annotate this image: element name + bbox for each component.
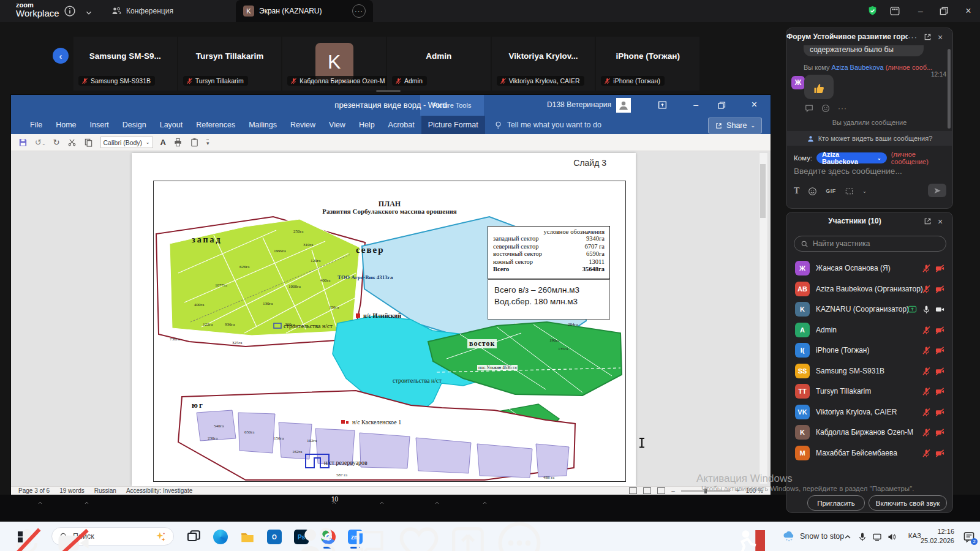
document-scrollbar[interactable] — [759, 152, 768, 484]
chevron-up-icon[interactable] — [434, 500, 440, 506]
camera-off-icon[interactable] — [935, 387, 944, 396]
mic-off-icon[interactable] — [922, 367, 931, 376]
outlook-icon[interactable]: O — [267, 530, 282, 544]
clock[interactable]: 12:16 25.02.2026 — [921, 527, 954, 545]
tell-me-box[interactable]: Tell me what you want to do — [494, 121, 601, 130]
format-text-icon[interactable]: T — [794, 186, 799, 196]
redo-button[interactable]: ↻ — [53, 138, 60, 147]
tray-mic-icon[interactable] — [858, 532, 867, 542]
word-close-button[interactable]: × — [752, 99, 757, 110]
apps-grid-icon[interactable] — [889, 6, 900, 17]
camera-off-icon[interactable] — [935, 285, 944, 294]
menu-layout[interactable]: Layout — [153, 116, 190, 134]
zoom-percent[interactable]: 100 % — [746, 487, 763, 494]
menu-design[interactable]: Design — [116, 116, 153, 134]
more-actions-icon[interactable]: ··· — [838, 104, 847, 113]
status-words[interactable]: 19 words — [59, 487, 85, 494]
ribbon-display-icon[interactable] — [657, 100, 668, 110]
menu-review[interactable]: Review — [284, 116, 322, 134]
chevron-up-icon[interactable] — [84, 500, 89, 506]
chevron-down-icon[interactable] — [85, 7, 93, 19]
participant-row[interactable]: A Admin — [786, 321, 952, 339]
security-shield-icon[interactable] — [867, 6, 878, 16]
emoji-icon[interactable] — [808, 187, 817, 196]
edge-icon[interactable] — [213, 530, 228, 544]
video-tile[interactable]: Admin Admin — [387, 37, 491, 91]
participant-row[interactable]: M Махаббат Бейсембаева — [786, 444, 952, 462]
recipient-selector[interactable]: Aziza Baubekova⌄ — [816, 152, 887, 163]
file-explorer-icon[interactable] — [240, 530, 255, 544]
popout-icon[interactable] — [923, 32, 932, 42]
mic-off-icon[interactable] — [922, 408, 931, 417]
status-page[interactable]: Page 3 of 6 — [18, 487, 50, 494]
camera-off-icon[interactable] — [935, 346, 944, 355]
menu-help[interactable]: Help — [352, 116, 382, 134]
participant-row[interactable]: K Кабдолла Биржанов Ozen-M — [786, 423, 952, 441]
language-indicator[interactable]: КАЗ — [908, 532, 921, 539]
weather-icon[interactable] — [783, 531, 795, 543]
chevron-up-icon[interactable] — [379, 500, 385, 506]
more-options-icon[interactable]: ··· — [908, 32, 918, 42]
camera-off-icon[interactable] — [935, 326, 944, 335]
word-account-name[interactable]: D138 Ветеринария — [547, 100, 611, 109]
tab-options-icon[interactable]: ··· — [352, 4, 366, 18]
chat-message-input[interactable]: Введите здесь сообщение... — [794, 167, 902, 176]
video-tile[interactable]: Samsung SM-S9... Samsung SM-S931B — [74, 37, 177, 91]
video-tile[interactable]: K Кабдолла Биржанов Ozen-M — [282, 37, 386, 91]
mic-off-icon[interactable] — [922, 428, 931, 437]
camera-off-icon[interactable] — [935, 428, 944, 437]
map-figure[interactable]: ПЛАН Развития Сорбулакского массива орош… — [153, 181, 626, 482]
volume-icon[interactable] — [887, 532, 897, 542]
scrollbar-thumb[interactable] — [760, 164, 766, 218]
audio-control[interactable]: Звук — [10, 497, 44, 551]
zoom-slider-thumb[interactable] — [704, 489, 707, 493]
word-share-button[interactable]: Share ⌄ — [708, 118, 762, 133]
print-button[interactable] — [173, 138, 183, 147]
zoom-out-button[interactable]: – — [671, 487, 675, 494]
hidden-icons-chevron[interactable] — [843, 532, 853, 542]
mic-off-icon[interactable] — [922, 264, 931, 273]
chevron-down-icon[interactable]: ⌄ — [862, 188, 867, 194]
paste-button[interactable] — [190, 138, 199, 147]
camera-icon[interactable] — [935, 305, 944, 314]
copy-button[interactable] — [84, 138, 93, 147]
participant-row[interactable]: I( iPhone (Тогжан) — [786, 341, 952, 359]
meta-recipient[interactable]: Aziza Baubekova — [832, 64, 884, 71]
leave-control[interactable]: Выйти — [735, 497, 769, 551]
web-layout-icon[interactable] — [657, 487, 665, 494]
thumbs-up-message[interactable] — [804, 75, 834, 99]
participants-control[interactable]: 10 Участники — [296, 497, 337, 551]
visibility-banner[interactable]: Кто может видеть ваши сообщения? — [787, 131, 952, 146]
camera-off-icon[interactable] — [935, 367, 944, 376]
chevron-up-icon[interactable] — [37, 500, 43, 506]
zoom-in-button[interactable]: + — [736, 487, 740, 494]
menu-references[interactable]: References — [189, 116, 242, 134]
word-minimize-button[interactable]: – — [693, 100, 698, 110]
zoom-slider[interactable] — [681, 490, 730, 492]
camera-off-icon[interactable] — [935, 449, 944, 458]
copilot-sparkle-icon[interactable] — [155, 531, 166, 542]
menu-acrobat[interactable]: Acrobat — [382, 116, 421, 134]
notification-center-icon[interactable]: 2 — [963, 531, 975, 543]
participant-row[interactable]: AB Aziza Baubekova (Организатор) — [786, 280, 952, 298]
close-icon[interactable]: × — [938, 32, 947, 42]
unmute-button[interactable]: Включить свой звук — [869, 495, 947, 511]
video-control[interactable]: Видео — [56, 497, 91, 551]
menu-mailings[interactable]: Mailings — [242, 116, 284, 134]
screen-share-icon[interactable] — [908, 305, 917, 314]
tab-meeting[interactable]: Конференция — [111, 0, 173, 22]
close-icon[interactable]: × — [938, 217, 947, 226]
mic-off-icon[interactable] — [922, 326, 931, 335]
video-tile[interactable]: Tursyn Tillakarim Tursyn Tillakarim — [178, 37, 282, 91]
cut-button[interactable] — [67, 138, 77, 147]
video-tile[interactable]: iPhone (Тогжан) iPhone (Тогжан) — [596, 37, 699, 91]
mic-off-icon[interactable] — [922, 285, 931, 294]
camera-off-icon[interactable] — [935, 408, 944, 417]
network-icon[interactable] — [872, 532, 882, 542]
popout-icon[interactable] — [923, 217, 932, 226]
document-page[interactable]: Слайд 3 — [132, 153, 636, 486]
more-control[interactable]: Дополнительно — [495, 497, 544, 551]
share-control[interactable]: Поделиться — [447, 497, 489, 551]
chat-scrollbar[interactable] — [948, 49, 951, 129]
menu-picture-format[interactable]: Picture Format — [421, 116, 485, 134]
